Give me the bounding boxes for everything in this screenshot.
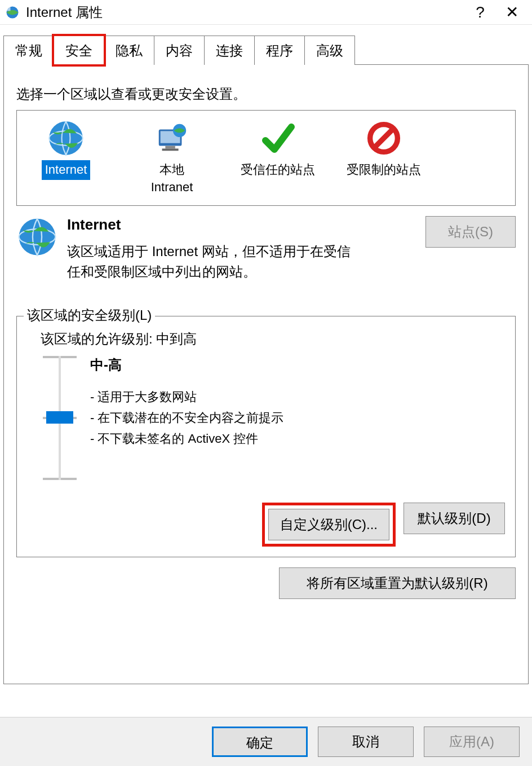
zone-internet[interactable]: Internet <box>24 118 108 197</box>
cancel-button[interactable]: 取消 <box>318 727 414 757</box>
zone-trusted[interactable]: 受信任的站点 <box>236 118 320 197</box>
level-bullet-3: - 不下载未签名的 ActiveX 控件 <box>90 428 283 449</box>
dialog-title: Internet 属性 <box>26 3 464 21</box>
tab-security-label: 安全 <box>65 43 92 58</box>
tab-advanced[interactable]: 高级 <box>304 36 355 65</box>
sites-button[interactable]: 站点(S) <box>425 216 516 248</box>
highlight-box-icon: 自定义级别(C)... <box>262 503 396 547</box>
internet-options-icon <box>5 5 20 20</box>
tab-general[interactable]: 常规 <box>3 36 54 65</box>
allowed-levels-label: 该区域的允许级别: 中到高 <box>41 330 505 348</box>
internet-properties-dialog: Internet 属性 ? ✕ 常规 安全 隐私 内容 连接 程序 高级 选择一… <box>0 0 532 684</box>
tab-content[interactable]: 内容 <box>154 36 205 65</box>
tab-programs[interactable]: 程序 <box>254 36 305 65</box>
help-button[interactable]: ? <box>464 0 496 25</box>
zone-instruction: 选择一个区域以查看或更改安全设置。 <box>16 85 516 103</box>
svg-rect-1 <box>6 6 11 11</box>
slider-thumb-icon[interactable] <box>46 411 73 424</box>
zone-heading: Internet <box>67 216 416 234</box>
close-button[interactable]: ✕ <box>496 0 527 25</box>
zone-internet-label: Internet <box>42 160 91 180</box>
dialog-button-bar: 确定 取消 应用(A) <box>0 717 532 766</box>
custom-level-button[interactable]: 自定义级别(C)... <box>268 509 389 540</box>
checkmark-icon <box>258 118 298 158</box>
svg-point-11 <box>19 218 56 255</box>
tabs-container: 常规 安全 隐私 内容 连接 程序 高级 选择一个区域以查看或更改安全设置。 <box>0 25 532 684</box>
security-level-slider[interactable] <box>43 356 77 480</box>
security-panel: 选择一个区域以查看或更改安全设置。 Internet <box>3 65 529 684</box>
reset-all-zones-button[interactable]: 将所有区域重置为默认级别(R) <box>279 567 516 599</box>
apply-button[interactable]: 应用(A) <box>424 727 520 757</box>
zone-description: 该区域适用于 Internet 网站，但不适用于在受信任和受限制区域中列出的网站… <box>67 241 360 282</box>
tab-security[interactable]: 安全 <box>54 36 104 65</box>
monitor-globe-icon <box>152 118 192 158</box>
zone-intranet[interactable]: 本地 Intranet <box>130 118 214 197</box>
security-level-fieldset: 该区域的安全级别(L) 该区域的允许级别: 中到高 中-高 <box>16 316 516 557</box>
level-title: 中-高 <box>90 356 283 374</box>
tab-strip: 常规 安全 隐私 内容 连接 程序 高级 <box>3 35 529 65</box>
tab-privacy[interactable]: 隐私 <box>104 36 154 65</box>
zone-info: Internet 该区域适用于 Internet 网站，但不适用于在受信任和受限… <box>16 216 516 282</box>
svg-rect-6 <box>165 146 175 149</box>
titlebar: Internet 属性 ? ✕ <box>0 0 532 25</box>
blocked-icon <box>364 118 404 158</box>
zone-intranet-label: 本地 Intranet <box>148 160 197 197</box>
zone-selector: Internet 本地 Intranet <box>16 110 516 206</box>
globe-icon <box>46 118 86 158</box>
level-bullet-1: - 适用于大多数网站 <box>90 386 283 407</box>
default-level-button[interactable]: 默认级别(D) <box>404 503 505 534</box>
svg-rect-7 <box>162 148 179 151</box>
zone-restricted-label: 受限制的站点 <box>343 160 424 180</box>
zone-restricted[interactable]: 受限制的站点 <box>342 118 426 197</box>
globe-icon <box>16 216 58 258</box>
level-bullet-2: - 在下载潜在的不安全内容之前提示 <box>90 407 283 428</box>
tab-connections[interactable]: 连接 <box>204 36 255 65</box>
svg-line-10 <box>374 129 393 148</box>
fieldset-legend: 该区域的安全级别(L) <box>24 306 155 324</box>
svg-point-2 <box>49 121 83 155</box>
ok-button[interactable]: 确定 <box>212 727 308 757</box>
zone-trusted-label: 受信任的站点 <box>237 160 318 180</box>
